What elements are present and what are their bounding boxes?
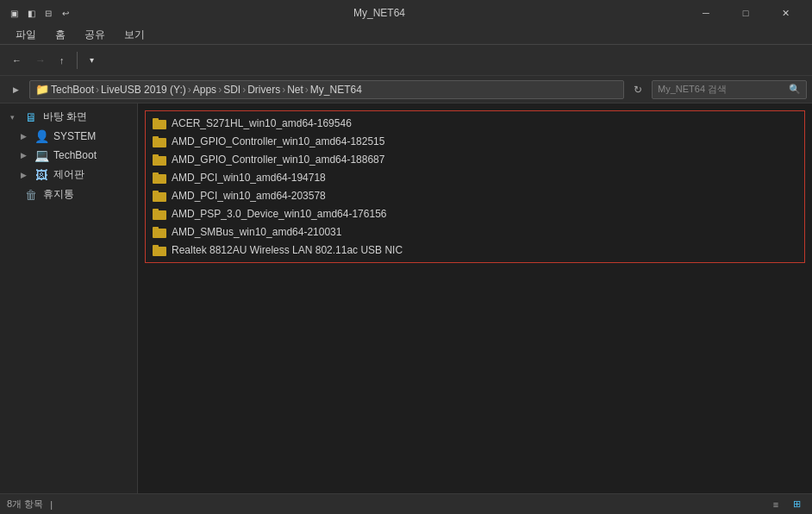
back-icon: ←	[12, 55, 22, 66]
chevron-right-icon: ▶	[13, 85, 19, 94]
close-button[interactable]: ✕	[765, 0, 805, 26]
details-view-icon: ⊞	[793, 498, 801, 510]
folder-name: AMD_SMBus_win10_amd64-210031	[172, 226, 341, 238]
sidebar-label-panel: 제어판	[53, 167, 84, 182]
folder-name: AMD_GPIO_Controller_win10_amd64-182515	[172, 135, 384, 147]
menu-file[interactable]: 파일	[7, 26, 45, 44]
folder-name: ACER_S271HL_win10_amd64-169546	[172, 117, 352, 129]
folder-name: AMD_PCI_win10_amd64-194718	[172, 172, 326, 184]
list-item[interactable]: ACER_S271HL_win10_amd64-169546	[149, 115, 801, 132]
status-bar: 8개 항목 | ≡ ⊞	[0, 493, 812, 514]
pin-icon[interactable]: ⊟	[41, 6, 55, 20]
view-details-button[interactable]: ⊞	[788, 497, 805, 512]
folder-icon	[153, 208, 166, 220]
up-button[interactable]: ↑	[53, 48, 72, 72]
list-view-icon: ≡	[773, 499, 778, 510]
expand-arrow-techboot: ▶	[21, 151, 29, 160]
list-item[interactable]: AMD_PCI_win10_amd64-203578	[149, 187, 801, 204]
sidebar: ▾ 🖥 바탕 화면 ▶ 👤 SYSTEM ▶ 💻 TechBoot ▶ 🖼 제어…	[0, 103, 138, 493]
folder-icon	[153, 244, 166, 256]
content-area: ACER_S271HL_win10_amd64-169546 AMD_GPIO_…	[138, 103, 812, 493]
view-list-button[interactable]: ≡	[767, 497, 784, 512]
sidebar-item-techboot[interactable]: ▶ 💻 TechBoot	[0, 146, 137, 165]
folder-name: Realtek 8812AU Wireless LAN 802.11ac USB…	[172, 244, 403, 256]
folder-icon	[153, 190, 166, 202]
toolbar: ← → ↑ ▾	[0, 45, 812, 76]
menu-home[interactable]: 홈	[47, 26, 74, 44]
divider	[77, 52, 78, 69]
path-sdi[interactable]: SDI	[223, 84, 240, 96]
expand-arrow-desktop: ▾	[10, 113, 19, 122]
folder-list: ACER_S271HL_win10_amd64-169546 AMD_GPIO_…	[145, 110, 805, 263]
folder-icon	[153, 154, 166, 166]
path-mynet64[interactable]: My_NET64	[310, 84, 362, 96]
menu-share[interactable]: 공유	[76, 26, 114, 44]
sidebar-label-system: SYSTEM	[53, 130, 96, 142]
folder-icon	[153, 172, 166, 184]
maximize-button[interactable]: □	[726, 0, 765, 26]
path-home-icon: 📁	[35, 83, 49, 96]
main-layout: ▾ 🖥 바탕 화면 ▶ 👤 SYSTEM ▶ 💻 TechBoot ▶ 🖼 제어…	[0, 103, 812, 493]
path-sep-6: ›	[305, 84, 309, 96]
sidebar-item-panel[interactable]: ▶ 🖼 제어판	[0, 165, 137, 185]
list-item[interactable]: Realtek 8812AU Wireless LAN 802.11ac USB…	[149, 241, 801, 259]
up-icon: ↑	[59, 55, 65, 66]
folder-icon	[153, 135, 166, 147]
path-sep-5: ›	[282, 84, 285, 96]
list-item[interactable]: AMD_GPIO_Controller_win10_amd64-188687	[149, 151, 801, 168]
search-box[interactable]: My_NET64 검색 🔍	[652, 80, 807, 99]
sidebar-label-recycle: 휴지통	[43, 187, 74, 202]
path-sep-4: ›	[242, 84, 246, 96]
item-count: 8개 항목	[7, 498, 43, 511]
recycle-icon: 🗑	[24, 188, 38, 202]
path-liveusb[interactable]: LiveUSB 2019 (Y:)	[101, 84, 186, 96]
sidebar-item-recycle[interactable]: 🗑 휴지통	[0, 185, 137, 204]
sidebar-item-desktop[interactable]: ▾ 🖥 바탕 화면	[0, 107, 137, 127]
path-apps[interactable]: Apps	[193, 84, 216, 96]
search-placeholder: My_NET64 검색	[658, 83, 785, 96]
desktop-icon: 🖥	[24, 110, 38, 124]
window-controls: ─ □ ✕	[686, 0, 805, 26]
back-button[interactable]: ←	[5, 48, 28, 72]
folder-name: AMD_PSP_3.0_Device_win10_amd64-176156	[172, 208, 387, 220]
status-separator: |	[50, 499, 53, 510]
dropdown-arrow-icon: ▾	[90, 55, 94, 65]
address-path[interactable]: 📁 TechBoot › LiveUSB 2019 (Y:) › Apps › …	[29, 80, 624, 99]
title-bar: ▣ ◧ ⊟ ↩ My_NET64 ─ □ ✕	[0, 0, 812, 26]
undo-icon[interactable]: ↩	[59, 6, 72, 20]
panel-icon: 🖼	[34, 168, 48, 182]
menu-view[interactable]: 보기	[116, 26, 153, 44]
path-techboot[interactable]: TechBoot	[51, 84, 94, 96]
sidebar-label-techboot: TechBoot	[53, 149, 97, 161]
sidebar-label-desktop: 바탕 화면	[43, 110, 87, 124]
forward-icon: →	[35, 54, 46, 66]
path-sep-3: ›	[218, 84, 222, 96]
window-title: My_NET64	[78, 7, 681, 19]
address-bar: ▶ 📁 TechBoot › LiveUSB 2019 (Y:) › Apps …	[0, 76, 812, 103]
view-controls: ≡ ⊞	[767, 497, 805, 512]
path-drivers[interactable]: Drivers	[247, 84, 280, 96]
folder-icon	[153, 117, 166, 129]
list-item[interactable]: AMD_PSP_3.0_Device_win10_amd64-176156	[149, 205, 801, 223]
list-item[interactable]: AMD_PCI_win10_amd64-194718	[149, 169, 801, 186]
folder-name: AMD_GPIO_Controller_win10_amd64-188687	[172, 154, 384, 166]
app-icon: ▣	[7, 6, 21, 20]
expand-arrow-panel: ▶	[21, 171, 29, 179]
search-icon: 🔍	[789, 84, 801, 95]
path-net[interactable]: Net	[287, 84, 303, 96]
system-icon: 👤	[34, 129, 48, 143]
list-item[interactable]: AMD_GPIO_Controller_win10_amd64-182515	[149, 133, 801, 150]
techboot-icon: 💻	[34, 148, 48, 162]
address-dropdown-button[interactable]: ▶	[5, 79, 26, 100]
sidebar-item-system[interactable]: ▶ 👤 SYSTEM	[0, 127, 137, 146]
quick-access-icon[interactable]: ◧	[24, 6, 38, 20]
folder-icon	[153, 226, 166, 238]
path-sep-1: ›	[96, 84, 99, 96]
list-item[interactable]: AMD_SMBus_win10_amd64-210031	[149, 223, 801, 241]
refresh-button[interactable]: ↻	[628, 79, 648, 100]
recent-locations-button[interactable]: ▾	[83, 48, 101, 72]
menu-bar: 파일 홈 공유 보기	[0, 26, 812, 45]
forward-button[interactable]: →	[30, 50, 51, 71]
path-sep-2: ›	[188, 84, 191, 96]
minimize-button[interactable]: ─	[686, 0, 726, 26]
